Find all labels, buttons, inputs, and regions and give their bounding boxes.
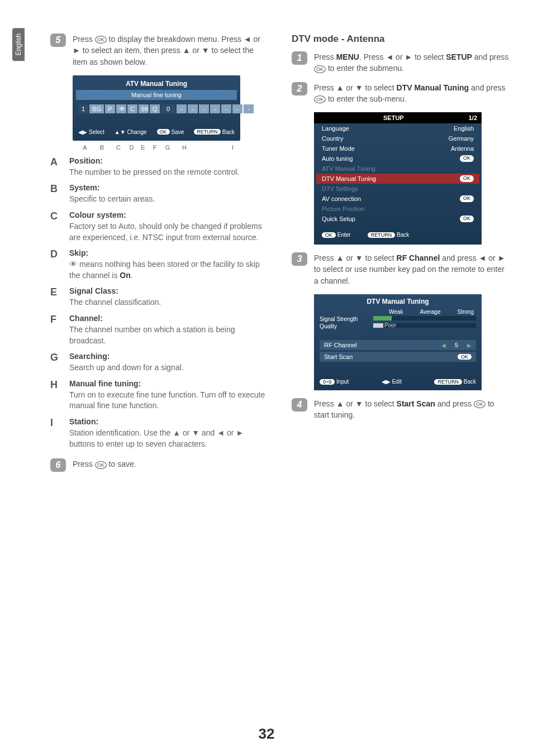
item-g: G Searching:Search up and down for a sig… xyxy=(50,352,269,374)
seg: P xyxy=(105,104,115,113)
setup-row-selected: DTV Manual TuningOK xyxy=(316,174,479,184)
item-e: E Signal Class:The channel classificatio… xyxy=(50,286,269,308)
seg: - xyxy=(210,104,220,113)
right-column: DTV mode - Antenna 1 Press MENU. Press ◄… xyxy=(292,34,511,480)
left-arrow-icon: ◀ xyxy=(441,342,446,348)
seg: - xyxy=(232,104,242,113)
setup-header: SETUP 1/2 xyxy=(314,112,482,123)
page-number: 32 xyxy=(0,725,533,743)
setup-row: CountryGermany xyxy=(314,133,482,143)
select-hint: ◀▶ Select xyxy=(78,129,104,135)
setup-row: Tuner ModeAntenna xyxy=(314,143,482,154)
skip-icon: 👁 xyxy=(69,259,77,270)
item-c: C Colour system:Factory set to Auto, sho… xyxy=(50,210,269,243)
step-6-text: Press OK to save. xyxy=(73,458,269,470)
setup-row: LanguageEnglish xyxy=(314,123,482,133)
step-6: 6 Press OK to save. xyxy=(50,458,269,472)
dtv-heading: DTV mode - Antenna xyxy=(292,34,511,45)
save-hint: OK Save xyxy=(157,129,184,135)
left-column: 5 Press OK to display the breakdown menu… xyxy=(50,34,269,480)
atv-manual-tuning-osd: ATV Manual Tuning Manual fine tuning 1 B… xyxy=(73,75,240,141)
atv-pointers: A B C D E F G H I xyxy=(77,144,269,151)
seg: - xyxy=(188,104,198,113)
meter-labels: Weak Average Strong xyxy=(320,309,476,315)
seg: 1 xyxy=(78,104,88,113)
setup-row: AV connectionOK xyxy=(314,194,482,204)
step-badge-2: 2 xyxy=(292,82,307,95)
item-h: H Manual fine tuning:Turn on to execute … xyxy=(50,379,269,412)
rf-channel-row: RF Channel ◀5▶ xyxy=(320,340,476,350)
step-badge-6: 6 xyxy=(50,458,66,472)
item-f: F Channel:The channel number on which a … xyxy=(50,314,269,346)
item-a: A Position:The number to be pressed on t… xyxy=(50,156,269,178)
setup-row-disabled: DTV Settings xyxy=(314,184,482,194)
ok-icon: OK xyxy=(314,65,326,73)
step-5-text: Press OK to display the breakdown menu. … xyxy=(73,34,269,68)
dtv-footer: 0~9 Input ◀▶ Edit RETURN Back xyxy=(320,379,476,385)
atv-segments: 1 BG P 👁 C 69 Q 0 - - - - - - - xyxy=(78,104,235,113)
ok-icon: OK xyxy=(314,95,326,103)
page-content: 5 Press OK to display the breakdown menu… xyxy=(0,0,533,480)
atv-subtitle: Manual fine tuning xyxy=(76,90,237,100)
seg: - xyxy=(199,104,209,113)
setup-footer: OK Enter RETURN Back xyxy=(314,224,482,240)
dtv-title: DTV Manual Tuning xyxy=(320,298,476,305)
dtv-manual-tuning-osd: DTV Manual Tuning Weak Average Strong Si… xyxy=(314,294,482,390)
item-d: D Skip: 👁 means nothing has been stored … xyxy=(50,248,269,281)
item-i: I Station:Station identification. Use th… xyxy=(50,417,269,449)
ok-icon: OK xyxy=(95,36,107,44)
signal-strength-row: Signal Strength xyxy=(320,315,476,322)
seg: - xyxy=(244,104,254,113)
quality-row: Quality Poor xyxy=(320,322,476,329)
step-4: 4 Press ▲ or ▼ to select Start Scan and … xyxy=(292,398,511,421)
seg: 69 xyxy=(139,104,149,113)
step-1: 1 Press MENU. Press ◄ or ► to select SET… xyxy=(292,51,511,74)
seg: - xyxy=(221,104,231,113)
step-3: 3 Press ▲ or ▼ to select RF Channel and … xyxy=(292,252,511,286)
seg: 0 xyxy=(161,104,175,113)
setup-row: Quick SetupOK xyxy=(314,214,482,224)
back-hint: RETURN Back xyxy=(194,129,235,135)
seg-skip-icon: 👁 xyxy=(116,104,126,113)
right-arrow-icon: ▶ xyxy=(467,342,472,348)
setup-row-disabled: ATV Manual Tuning xyxy=(314,164,482,174)
start-scan-row: Start Scan OK xyxy=(320,352,476,362)
setup-row-disabled: Picture Position xyxy=(314,204,482,214)
seg: Q xyxy=(150,104,160,113)
item-b: B System:Specific to certain areas. xyxy=(50,183,269,205)
ok-icon: OK xyxy=(95,461,107,469)
seg: - xyxy=(177,104,187,113)
seg: C xyxy=(127,104,137,113)
change-hint: ▲▼ Change xyxy=(115,129,147,135)
setup-osd: SETUP 1/2 LanguageEnglish CountryGermany… xyxy=(314,112,482,245)
atv-footer: ◀▶ Select ▲▼ Change OK Save RETURN Back xyxy=(78,129,235,135)
step-badge-3: 3 xyxy=(292,252,307,266)
step-2: 2 Press ▲ or ▼ to select DTV Manual Tuni… xyxy=(292,82,511,105)
step-badge-5: 5 xyxy=(50,34,66,47)
language-tab: English xyxy=(12,28,25,61)
seg: BG xyxy=(89,104,104,113)
step-badge-1: 1 xyxy=(292,51,307,65)
setup-row: Auto tuningOK xyxy=(314,154,482,164)
step-badge-4: 4 xyxy=(292,398,307,412)
atv-title: ATV Manual Tuning xyxy=(78,80,235,88)
step-5: 5 Press OK to display the breakdown menu… xyxy=(50,34,269,68)
ok-icon: OK xyxy=(474,400,486,408)
